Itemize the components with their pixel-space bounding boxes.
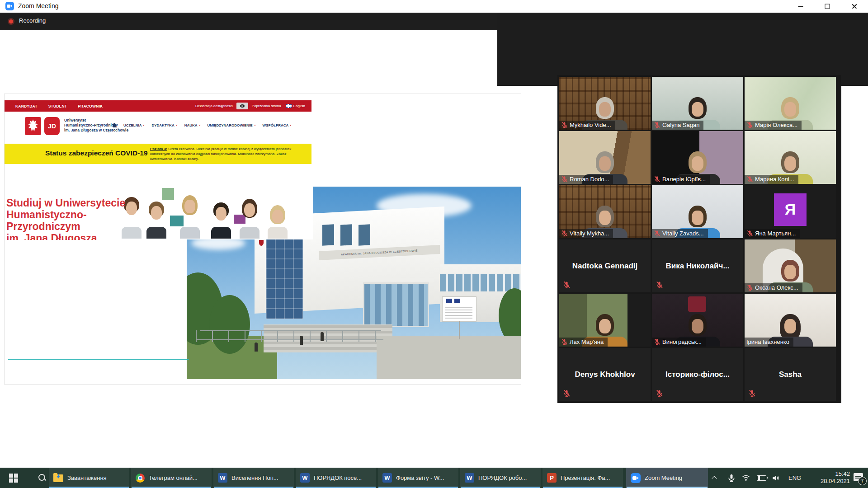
participant-name-label: Виноградськ... [652,338,706,347]
taskbar-app-zoom[interactable]: Zoom Meeting [626,468,708,488]
tray-wifi-icon[interactable] [741,468,750,488]
zoom-app-icon [631,473,641,483]
participant-tile[interactable]: Виноградськ... [652,294,743,347]
person-walking [255,343,258,352]
participant-tile[interactable]: Mykhailo Vide... [559,77,651,130]
participant-name: Історико-філос... [665,370,730,379]
participant-tile[interactable]: Лах Мар'яна [559,294,651,347]
site-topbar: KANDYDAT STUDENT PRACOWNIK Deklaracja do… [5,100,311,112]
participant-name-label: Марина Колі... [745,175,798,184]
muted-mic-icon [748,389,756,397]
tray-volume-icon[interactable] [771,468,780,488]
accessibility-eye-icon[interactable] [236,103,248,109]
site-link-kandydat[interactable]: KANDYDAT [15,104,38,108]
participant-tile[interactable]: Denys Khokhlov [559,348,651,401]
participant-name-label: Vitaliy Mykha... [559,229,613,238]
uk-flag-icon [286,104,292,108]
muted-mic-icon [746,122,753,128]
word-icon: W [300,473,310,483]
maximize-button[interactable] [814,0,840,13]
muted-mic-icon [561,122,568,128]
participant-name: Вика Николайч... [665,262,729,271]
nav-uczelnia[interactable]: UCZELNIA [123,123,145,127]
tray-clock[interactable]: 15:42 28.04.2021 [808,470,850,485]
participant-tile[interactable]: Galyna Sagan [652,77,743,130]
tray-chevron[interactable] [712,468,717,488]
participant-name-label: Валерія Юріїв... [652,175,710,184]
site-link-pracownik[interactable]: PRACOWNIK [78,104,103,108]
participant-tile[interactable]: Марія Олекса... [745,77,836,130]
participant-name: Sasha [779,370,802,379]
participant-tile[interactable]: Валерія Юріїв... [652,131,743,184]
nav-wspolpraca[interactable]: WSPÓŁPRACA [263,123,292,127]
tray-language[interactable]: ENG [788,468,801,488]
start-button[interactable] [9,474,18,482]
taskbar-app-chrome[interactable]: Телеграм онлай... [131,468,212,488]
participant-name-label: Vitaliy Zavads... [652,229,708,238]
muted-mic-icon [654,230,660,237]
muted-mic-icon [654,338,660,345]
student-portrait [239,197,260,239]
tree [209,295,250,354]
participant-name-label: Mykhailo Vide... [559,121,615,130]
participant-name-label: Ірина Івахненко [745,338,793,347]
plaza [377,336,521,379]
windows-taskbar: Завантаження Телеграм онлай... W Виселен… [0,468,868,488]
home-icon[interactable] [112,123,117,127]
muted-mic-icon [746,176,753,183]
participant-tile[interactable]: Vitaliy Zavads... [652,185,743,238]
zoom-app-icon [5,2,14,10]
nav-nauka[interactable]: NAUKA [184,123,201,127]
muted-mic-icon [563,281,571,289]
site-previous-page-link[interactable]: Poprzednia strona [252,104,281,108]
tray-battery-icon[interactable] [757,468,766,488]
participant-avatar: Я [774,193,807,226]
downloads-folder-icon [53,474,63,482]
participant-name-label: Roman Dodo... [559,175,613,184]
site-link-student[interactable]: STUDENT [48,104,67,108]
participant-tile[interactable]: Sasha [745,348,836,401]
tray-mic-icon[interactable] [727,468,736,488]
taskbar-app-powerpoint[interactable]: P Презентація. Фа... [542,468,623,488]
participant-tile[interactable]: Я Яна Мартьян... [745,185,836,238]
muted-mic-icon [561,338,568,345]
powerpoint-icon: P [547,473,557,483]
participant-tile[interactable]: Оксана Олекс... [745,239,836,292]
site-english-link[interactable]: English [293,104,305,108]
participant-name: Nadtoka Gennadij [572,262,638,271]
nav-dydaktyka[interactable]: DYDAKTYKA [151,123,177,127]
covid-description: Poziom 3: Strefa czerwona. Uczelnia prac… [150,146,302,161]
muted-mic-icon [563,389,571,397]
participant-tile-active-speaker[interactable]: Ірина Івахненко [745,294,836,347]
site-accessibility-link[interactable]: Deklaracja dostępności [195,104,233,108]
minimize-button[interactable] [787,0,814,13]
student-portrait [146,200,167,239]
taskbar-app-word-1[interactable]: W Виселення Поп... [213,468,294,488]
site-navigation: UCZELNIA DYDAKTYKA NAUKA UMIĘDZYNARODOWI… [112,123,292,127]
participant-tile[interactable]: Марина Колі... [745,131,836,184]
participant-tile[interactable]: Roman Dodo... [559,131,651,184]
participant-tile[interactable]: Історико-філос... [652,348,743,401]
close-button[interactable] [840,0,868,13]
participant-tile[interactable]: Vitaliy Mykha... [559,185,651,238]
person-walking [321,332,324,341]
student-portrait [179,193,200,239]
participant-tile[interactable]: Nadtoka Gennadij [559,239,651,292]
recording-indicator: Recording [19,17,46,24]
participant-name-label: Яна Мартьян... [745,229,800,238]
nav-umiedzynarodowienie[interactable]: UMIĘDZYNARODOWIENIE [208,123,256,127]
information-board [442,296,476,322]
muted-mic-icon [654,122,660,128]
taskbar-app-word-3[interactable]: W Форма звіту - W... [378,468,458,488]
word-icon: W [218,473,227,483]
taskbar-app-word-4[interactable]: W ПОРЯДОК робо... [460,468,541,488]
muted-mic-icon [561,230,568,237]
window-title: Zoom Meeting [18,2,58,9]
taskbar-app-downloads[interactable]: Завантаження [49,468,129,488]
participant-tile[interactable]: Вика Николайч... [652,239,743,292]
muted-mic-icon [656,281,663,289]
recording-dot-icon [8,18,14,25]
building-emblem [259,240,264,246]
search-icon[interactable] [38,474,46,482]
taskbar-app-word-2[interactable]: W ПОРЯДОК посе... [296,468,376,488]
